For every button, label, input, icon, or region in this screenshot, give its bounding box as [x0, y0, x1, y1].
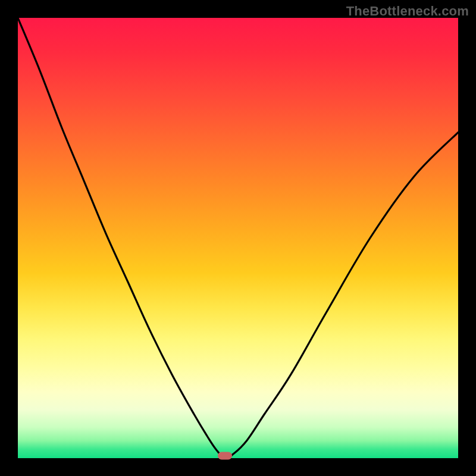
bottleneck-curve	[18, 18, 458, 458]
minimum-marker	[218, 452, 232, 460]
watermark-text: TheBottleneck.com	[346, 4, 469, 19]
chart-plot-area	[18, 18, 458, 458]
chart-frame: TheBottleneck.com	[0, 0, 476, 476]
